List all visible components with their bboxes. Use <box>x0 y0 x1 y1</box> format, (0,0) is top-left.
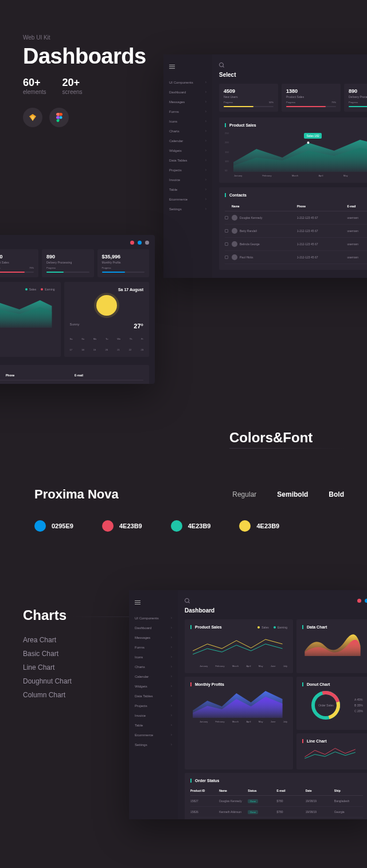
swatch: 4E23B9 <box>239 520 279 532</box>
kpi-label: New Users <box>224 95 274 99</box>
nav-widgets[interactable]: Widgets <box>169 146 206 155</box>
th: Name <box>219 789 248 792</box>
data-chart <box>302 629 363 658</box>
msg-icon-3[interactable] <box>365 599 367 603</box>
nav-forms[interactable]: Forms <box>169 107 206 116</box>
nav-calendar[interactable]: Calendar <box>169 136 206 146</box>
avatar <box>232 215 237 221</box>
sun-icon <box>96 295 117 316</box>
menu-icon-3[interactable] <box>135 600 140 605</box>
nav-charts[interactable]: Charts <box>135 662 172 671</box>
search-icon[interactable] <box>219 62 224 67</box>
nav-table[interactable]: Table <box>169 184 206 194</box>
eyebrow: Web UI Kit <box>23 34 367 41</box>
notif-icon-3[interactable] <box>357 599 361 603</box>
nav-messages[interactable]: Messages <box>169 97 206 107</box>
nav-charts[interactable]: Charts <box>169 126 206 136</box>
nav-ecommerce[interactable]: Ecommerce <box>135 730 172 740</box>
nav-ecommerce[interactable]: Ecommerce <box>169 194 206 204</box>
nav-ui-components[interactable]: UI Components <box>135 613 172 623</box>
card-title-contacts: Contacts <box>225 193 367 197</box>
nav-icons[interactable]: Icons <box>169 116 206 126</box>
weight-bold: Bold <box>329 490 344 498</box>
kpi-value: 4509 <box>224 88 274 94</box>
table-row[interactable]: 15825Candice GibsonPending$78019/08/19Ge… <box>190 818 363 819</box>
nav-data-tables[interactable]: Data Tables <box>135 691 172 701</box>
status-badge: Done <box>248 799 258 803</box>
nav-settings[interactable]: Settings <box>169 204 206 214</box>
chart-type: Column Chart <box>23 691 72 699</box>
th: E-mail <box>277 789 306 792</box>
nav-messages[interactable]: Messages <box>135 633 172 642</box>
dashboard-preview-2: 4509New UsersProgress50%1380Product Sale… <box>0 235 155 384</box>
kpi-value: 1380 <box>0 254 34 260</box>
table-row[interactable]: 15827Douglas KennedyDone$78019/08/19Bang… <box>190 796 363 807</box>
kpi-label: Delivery Processing <box>46 261 89 264</box>
table-row[interactable]: Paul Hicks1-212-123 45 67usernam <box>225 251 367 264</box>
nav-projects[interactable]: Projects <box>135 701 172 710</box>
card-line: Line Chart <box>302 739 363 743</box>
table-row[interactable]: Belinda George1-212-123 45 67usernam <box>225 238 367 251</box>
msg-icon[interactable] <box>138 241 142 245</box>
area-chart-mp <box>190 686 287 718</box>
th: Date <box>306 789 334 792</box>
kpi-value: 890 <box>349 88 367 94</box>
svg-point-0 <box>60 116 63 119</box>
kpi-card: $35,996Monthly ProfitsProgress <box>97 249 150 277</box>
avatar <box>232 228 237 234</box>
nav-settings[interactable]: Settings <box>135 740 172 749</box>
checkbox[interactable] <box>225 242 228 246</box>
nav-data-tables[interactable]: Data Tables <box>169 155 206 165</box>
chart-type: Line Chart <box>23 663 72 671</box>
section-colors-font: Colors&Font <box>229 430 344 449</box>
kpi-card: 4509New UsersProgress50% <box>219 84 278 112</box>
card-order: Order Status <box>190 779 363 783</box>
donut-chart: Order Sales <box>311 691 340 720</box>
avatar[interactable] <box>145 241 149 245</box>
kpi-card: 1380Product SalesProgress79% <box>0 249 38 277</box>
menu-icon[interactable] <box>169 65 175 69</box>
nav-widgets[interactable]: Widgets <box>135 681 172 691</box>
table-row[interactable]: Betty Randall1-212-123 45 67usernam <box>225 225 367 238</box>
table-row[interactable]: Douglas Kennedy1-212-123 45 67username@e… <box>0 380 143 384</box>
nav-forms[interactable]: Forms <box>135 642 172 652</box>
nav-dashboard[interactable]: Dashboard <box>169 87 206 97</box>
legend-earning-2: Earning <box>45 288 54 291</box>
page-heading: Select <box>219 72 367 78</box>
stat-screens: 20+screens <box>63 77 83 95</box>
table-row[interactable]: 15826Kenneth AtkinsonDone$78019/08/19Geo… <box>190 807 363 818</box>
stat-screens-num: 20+ <box>63 77 83 89</box>
kpi-value: 890 <box>46 254 89 260</box>
nav-calendar[interactable]: Calendar <box>135 671 172 681</box>
notif-icon[interactable] <box>130 241 134 245</box>
kpi-card: 1380Product SalesProgress79% <box>282 84 341 112</box>
nav-ui-components[interactable]: UI Components <box>169 77 206 87</box>
table-row[interactable]: Douglas Kennedy1-212-123 45 67usernam <box>225 211 367 225</box>
figma-icon <box>49 108 69 127</box>
th: Product ID <box>190 789 219 792</box>
nav-dashboard[interactable]: Dashboard <box>135 623 172 633</box>
nav-table[interactable]: Table <box>135 720 172 730</box>
section-charts: Charts <box>23 607 67 623</box>
sketch-icon <box>23 108 42 127</box>
search-icon-3[interactable] <box>185 598 189 603</box>
donut-center: Order Sales <box>318 704 334 707</box>
checkbox[interactable] <box>225 229 228 233</box>
legend-ps3-2: Earning <box>278 626 287 629</box>
swatch: 4E23B9 <box>102 520 142 532</box>
nav-icons[interactable]: Icons <box>135 652 172 662</box>
th-email: E-mail <box>347 205 367 208</box>
checkbox[interactable] <box>225 216 228 219</box>
th-phone: Phone <box>297 205 348 208</box>
chart-tooltip: Sales 182 <box>304 133 321 139</box>
weather-temp: 27° <box>83 323 143 329</box>
nav-invoice[interactable]: Invoice <box>135 710 172 720</box>
stat-elements: 60+elements <box>23 77 46 95</box>
nav-invoice[interactable]: Invoice <box>169 175 206 184</box>
checkbox[interactable] <box>225 256 228 259</box>
th: Ship <box>334 789 363 792</box>
card-dc: Data Chart <box>302 625 363 629</box>
nav-projects[interactable]: Projects <box>169 165 206 175</box>
page-heading-3: Dashboard <box>185 607 367 614</box>
avatar <box>232 254 237 260</box>
